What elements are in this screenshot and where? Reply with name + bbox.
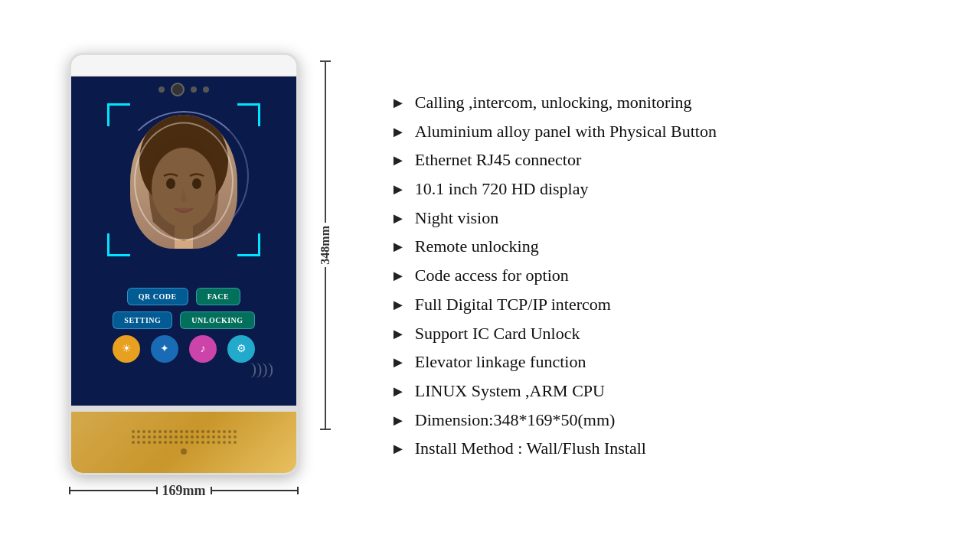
bullet-icon-4: ► [390, 178, 406, 200]
dim-line-left [69, 490, 158, 491]
device-container: 348mm [69, 53, 299, 499]
qr-code-button[interactable]: QR CODE [127, 288, 188, 305]
bullet-icon-9: ► [390, 323, 406, 344]
cam-main [171, 83, 185, 96]
bracket-tick-bottom [320, 429, 331, 430]
bullet-icon-2: ► [390, 121, 406, 142]
phone-screen: QR CODE FACE SETTING UNLOCKING ☀ ✦ [71, 77, 296, 406]
icon-pink[interactable]: ♪ [189, 335, 217, 363]
feature-item-6: ►Remote unlocking [390, 232, 957, 261]
feature-item-4: ►10.1 inch 720 HD display [390, 174, 957, 204]
feature-item-9: ►Support IC Card Unlock [390, 319, 957, 348]
speaker-dot-line-2 [132, 435, 237, 439]
feature-text-9: Support IC Card Unlock [415, 322, 580, 345]
unlocking-button[interactable]: UNLOCKING [180, 311, 254, 329]
feature-text-11: LINUX System ,ARM CPU [415, 380, 605, 403]
camera-row [71, 77, 296, 96]
bullet-icon-1: ► [390, 92, 406, 113]
corner-bottom-left [107, 233, 130, 256]
face-image [130, 115, 237, 249]
bracket-line [325, 62, 326, 223]
bracket-line-2 [325, 267, 326, 428]
feature-item-11: ►LINUX System ,ARM CPU [390, 377, 957, 406]
phone-speaker [71, 412, 296, 473]
feature-text-8: Full Digital TCP/IP intercom [415, 293, 611, 316]
features-list: ►Calling ,intercom, unlocking, monitorin… [390, 88, 957, 463]
face-circle-overlay [134, 122, 234, 241]
speaker-dot-line-1 [132, 430, 237, 433]
speaker-dot-line-3 [132, 441, 237, 444]
bullet-icon-13: ► [390, 438, 406, 459]
bullet-icon-5: ► [390, 207, 406, 229]
feature-text-7: Code access for option [415, 264, 569, 287]
feature-item-3: ►Ethernet RJ45 connector [390, 145, 957, 174]
icon-yellow[interactable]: ☀ [113, 335, 140, 363]
feature-text-12: Dimension:348*169*50(mm) [415, 409, 616, 432]
feature-item-5: ►Night vision [390, 204, 957, 233]
features-panel: ►Calling ,intercom, unlocking, monitorin… [368, 73, 980, 478]
corner-bottom-right [237, 233, 260, 256]
dimension-height-label: 348mm [318, 223, 332, 268]
btn-row-2: SETTING UNLOCKING [71, 311, 296, 329]
dimension-height-bracket: 348mm [318, 60, 333, 430]
cam-dot-1 [158, 86, 165, 93]
bullet-icon-10: ► [390, 351, 406, 373]
bullet-icon-12: ► [390, 409, 406, 431]
btn-row-1: QR CODE FACE [71, 288, 296, 305]
dimension-width-container: 169mm [69, 483, 299, 499]
bullet-icon-6: ► [390, 236, 406, 257]
bullet-icon-7: ► [390, 265, 406, 286]
corner-top-left [107, 103, 130, 126]
dim-line-right [211, 490, 299, 491]
feature-item-12: ►Dimension:348*169*50(mm) [390, 406, 957, 435]
dimension-width-label: 169mm [162, 483, 206, 499]
nfc-symbol: )))) [251, 359, 273, 379]
feature-text-3: Ethernet RJ45 connector [415, 148, 582, 171]
cam-dot-3 [203, 86, 209, 93]
feature-item-2: ►Aluminium alloy panel with Physical But… [390, 117, 957, 146]
feature-item-8: ►Full Digital TCP/IP intercom [390, 290, 957, 319]
feature-item-10: ►Elevator linkage function [390, 347, 957, 377]
feature-item-1: ►Calling ,intercom, unlocking, monitorin… [390, 88, 957, 117]
feature-text-5: Night vision [415, 207, 498, 230]
feature-text-2: Aluminium alloy panel with Physical Butt… [415, 120, 717, 143]
bullet-icon-3: ► [390, 149, 406, 171]
device-phone: QR CODE FACE SETTING UNLOCKING ☀ ✦ [69, 53, 299, 475]
phone-bottom-bar [71, 406, 296, 412]
phone-top-bar [71, 55, 296, 77]
feature-text-4: 10.1 inch 720 HD display [415, 178, 589, 201]
feature-text-6: Remote unlocking [415, 235, 539, 258]
cam-dot-2 [191, 86, 197, 93]
feature-text-13: Install Method : Wall/Flush Install [415, 437, 646, 460]
corner-top-right [237, 103, 260, 126]
feature-text-1: Calling ,intercom, unlocking, monitoring [415, 91, 692, 114]
feature-text-10: Elevator linkage function [415, 350, 586, 373]
feature-item-7: ►Code access for option [390, 261, 957, 290]
feature-item-13: ►Install Method : Wall/Flush Install [390, 434, 957, 463]
speaker-dot-center [181, 448, 187, 455]
buttons-area: QR CODE FACE SETTING UNLOCKING [71, 282, 296, 329]
bullet-icon-11: ► [390, 380, 406, 402]
setting-button[interactable]: SETTING [113, 311, 172, 329]
bullet-icon-8: ► [390, 294, 406, 315]
face-recognition-area [107, 103, 260, 264]
speaker-dots [107, 430, 260, 444]
left-panel: 348mm [0, 0, 368, 551]
face-button[interactable]: FACE [196, 288, 240, 305]
icon-blue[interactable]: ✦ [151, 335, 178, 363]
